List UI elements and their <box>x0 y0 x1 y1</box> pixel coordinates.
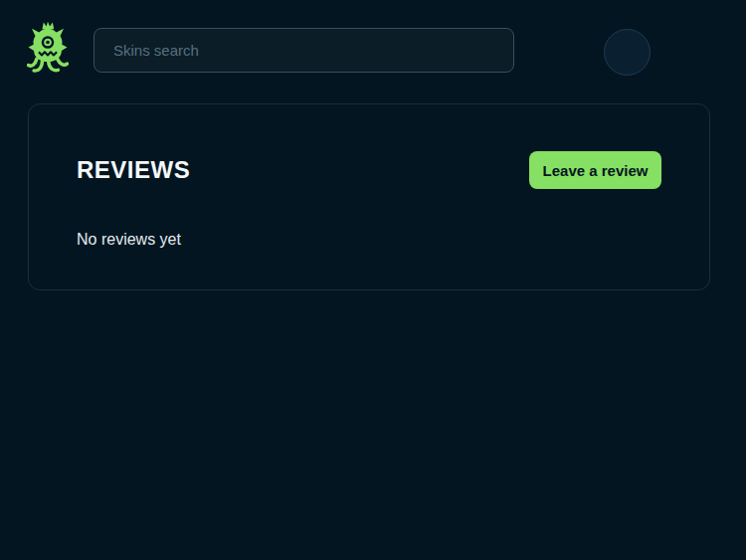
no-reviews-message: No reviews yet <box>77 229 661 251</box>
top-header <box>0 0 746 102</box>
leave-review-button[interactable]: Leave a review <box>529 151 661 189</box>
monster-crown-logo-icon <box>27 21 69 78</box>
reviews-title: REVIEWS <box>77 156 190 184</box>
user-avatar[interactable] <box>604 29 651 76</box>
skins-search-input[interactable] <box>93 28 514 73</box>
reviews-card: REVIEWS Leave a review No reviews yet <box>28 103 710 290</box>
site-logo[interactable] <box>27 21 69 78</box>
reviews-card-header: REVIEWS Leave a review <box>77 151 661 189</box>
